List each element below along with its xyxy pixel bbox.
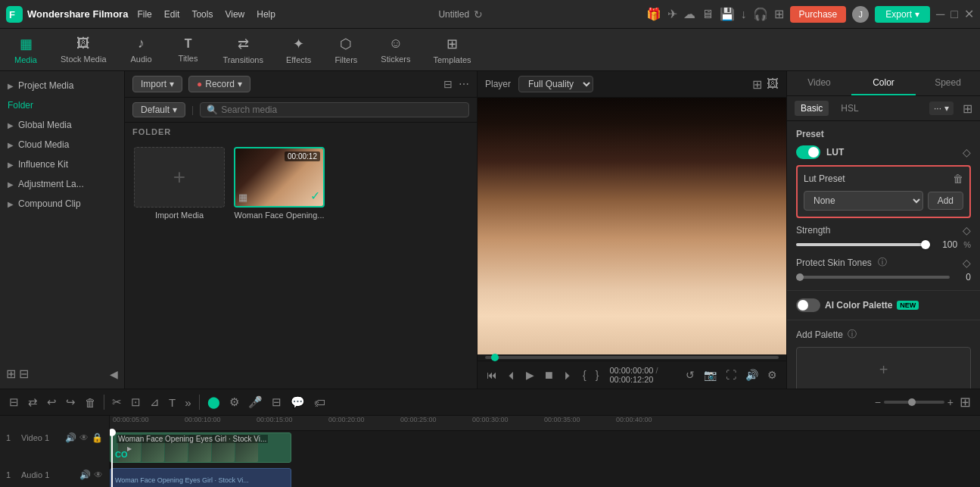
stop-icon[interactable]: ⏹ bbox=[540, 367, 557, 382]
subtab-hsl[interactable]: HSL bbox=[835, 101, 864, 116]
step-forward-icon[interactable]: ⏵ bbox=[560, 367, 577, 382]
cloud-icon[interactable]: ☁ bbox=[683, 7, 695, 21]
step-back-icon[interactable]: ⏴ bbox=[503, 367, 520, 382]
gift-icon[interactable]: 🎁 bbox=[646, 7, 661, 21]
minimize-icon[interactable]: ─ bbox=[936, 8, 944, 21]
lut-toggle[interactable] bbox=[796, 145, 820, 159]
menu-edit[interactable]: Edit bbox=[164, 9, 180, 20]
strength-slider-thumb[interactable] bbox=[921, 240, 930, 249]
quality-select[interactable]: Full Quality bbox=[518, 76, 593, 92]
strength-slider[interactable] bbox=[796, 243, 930, 246]
tab-filters[interactable]: ⬡ Filters bbox=[323, 33, 369, 67]
settings2-icon[interactable]: ⚙ bbox=[226, 394, 242, 411]
text-icon[interactable]: T bbox=[166, 395, 179, 411]
undo-icon[interactable]: ↩ bbox=[44, 394, 60, 411]
sidebar-item-cloud-media[interactable]: ▶ Cloud Media bbox=[0, 135, 124, 155]
subtab-basic[interactable]: Basic bbox=[795, 101, 829, 116]
track-mute-icon[interactable]: 🔊 bbox=[65, 432, 76, 443]
fullscreen-icon[interactable]: ⛶ bbox=[723, 367, 739, 382]
zoom-in-icon[interactable]: + bbox=[947, 396, 954, 408]
lut-preset-select[interactable]: None bbox=[804, 191, 923, 211]
layout-icon[interactable]: ⊞ bbox=[963, 101, 972, 116]
track-eye-icon[interactable]: 👁 bbox=[79, 432, 89, 443]
lut-delete-icon[interactable]: 🗑 bbox=[953, 173, 963, 185]
purchase-button[interactable]: Purchase bbox=[790, 6, 847, 23]
add-track-icon[interactable]: ⊞ bbox=[957, 392, 974, 412]
save-icon[interactable]: 💾 bbox=[720, 7, 735, 21]
track-lock-icon[interactable]: 🔒 bbox=[92, 432, 103, 443]
mic-icon[interactable]: 🎤 bbox=[245, 394, 266, 411]
volume-icon[interactable]: 🔊 bbox=[742, 367, 761, 382]
filter-icon[interactable]: ⊟ bbox=[443, 78, 453, 90]
preview-scrubber[interactable] bbox=[478, 354, 786, 361]
sidebar-item-folder[interactable]: Folder bbox=[0, 95, 124, 115]
rotate-icon[interactable]: ↺ bbox=[683, 367, 698, 382]
crop-icon[interactable]: ⊡ bbox=[128, 394, 144, 411]
tab-templates[interactable]: ⊞ Templates bbox=[422, 33, 481, 67]
timeline-content[interactable]: 00:00:05:00 00:00:10:00 00:00:15:00 00:0… bbox=[110, 416, 980, 487]
track-eye-icon[interactable]: 👁 bbox=[94, 470, 103, 480]
zoom-slider[interactable] bbox=[884, 401, 944, 404]
monitor-icon[interactable]: 🖥 bbox=[702, 8, 714, 21]
audio-clip[interactable]: Woman Face Opening Eyes Girl · Stock Vi.… bbox=[110, 468, 291, 487]
play-icon[interactable]: ▶ bbox=[523, 367, 537, 382]
lut-add-button[interactable]: Add bbox=[928, 192, 963, 210]
close-icon[interactable]: ✕ bbox=[964, 7, 974, 21]
sidebar-item-compound-clip[interactable]: ▶ Compound Clip bbox=[0, 194, 124, 214]
mark-out-icon[interactable]: } bbox=[593, 367, 602, 382]
user-avatar[interactable]: J bbox=[852, 6, 869, 23]
delete-icon[interactable]: 🗑 bbox=[82, 395, 99, 411]
add-palette-info-icon[interactable]: ⓘ bbox=[848, 328, 857, 341]
record-button[interactable]: ● Record ▾ bbox=[188, 76, 250, 92]
protect-skin-slider[interactable] bbox=[796, 276, 950, 279]
list-item[interactable]: + Import Media bbox=[134, 147, 225, 220]
list-item[interactable]: 00:00:12 ▦ ✓ Woman Face Opening... bbox=[234, 147, 325, 220]
media-thumbnail[interactable]: 00:00:12 ▦ ✓ bbox=[234, 147, 325, 208]
ai-color-toggle[interactable] bbox=[796, 298, 820, 312]
scrubber-thumb[interactable] bbox=[491, 354, 499, 361]
menu-view[interactable]: View bbox=[225, 9, 244, 20]
strength-keyframe-icon[interactable]: ◇ bbox=[963, 224, 971, 236]
add-palette-box[interactable]: + bbox=[796, 347, 971, 389]
tab-media[interactable]: ▦ Media bbox=[3, 33, 48, 67]
narration-icon[interactable]: 💬 bbox=[288, 394, 308, 411]
color-match-icon[interactable]: ⬤ bbox=[204, 394, 223, 411]
video-clip[interactable]: ▶ Woman Face Opening Eyes Girl · Stock V… bbox=[110, 432, 291, 463]
lut-keyframe-icon[interactable]: ◇ bbox=[963, 146, 971, 158]
menu-tools[interactable]: Tools bbox=[191, 9, 213, 20]
export-button[interactable]: Export ▾ bbox=[875, 6, 930, 23]
sidebar-item-adjustment[interactable]: ▶ Adjustment La... bbox=[0, 174, 124, 194]
arrow-icon[interactable]: ✈ bbox=[667, 7, 677, 21]
redo-icon[interactable]: ↪ bbox=[63, 394, 79, 411]
remove-folder-icon[interactable]: ⊟ bbox=[19, 367, 29, 381]
subtab-more-dropdown[interactable]: ··· ▾ bbox=[929, 101, 954, 115]
photo-icon[interactable]: 🖼 bbox=[767, 77, 779, 92]
sidebar-item-global-media[interactable]: ▶ Global Media bbox=[0, 115, 124, 135]
tab-audio[interactable]: ♪ Audio bbox=[119, 33, 164, 67]
sidebar-item-project-media[interactable]: ▶ Project Media bbox=[0, 76, 124, 95]
tab-titles[interactable]: T Titles bbox=[166, 34, 211, 66]
adjust-icon[interactable]: ⊿ bbox=[147, 394, 163, 411]
default-filter-button[interactable]: Default ▾ bbox=[132, 102, 185, 117]
tab-stock-media[interactable]: 🖼 Stock Media bbox=[50, 33, 117, 67]
mark-in-icon[interactable]: { bbox=[580, 367, 590, 382]
sidebar-item-influence-kit[interactable]: ▶ Influence Kit bbox=[0, 155, 124, 174]
tab-transitions[interactable]: ⇄ Transitions bbox=[213, 33, 274, 67]
tab-speed[interactable]: Speed bbox=[916, 71, 980, 95]
timeline-settings-icon[interactable]: ⊟ bbox=[269, 394, 285, 411]
grid-view-icon[interactable]: ⊞ bbox=[752, 77, 762, 92]
track-mute-icon[interactable]: 🔊 bbox=[79, 470, 91, 480]
zoom-slider-thumb[interactable] bbox=[908, 398, 916, 406]
split-view-icon[interactable]: ⊟ bbox=[6, 394, 22, 411]
camera-icon[interactable]: 📷 bbox=[701, 367, 720, 382]
tab-stickers[interactable]: ☺ Stickers bbox=[370, 33, 421, 67]
zoom-out-icon[interactable]: − bbox=[875, 396, 881, 408]
tab-color[interactable]: Color bbox=[851, 71, 916, 95]
maximize-icon[interactable]: □ bbox=[950, 8, 958, 21]
more-icon[interactable]: ⋯ bbox=[459, 78, 469, 90]
cut-icon[interactable]: ✂ bbox=[109, 394, 125, 411]
collapse-panel-icon[interactable]: ◀ bbox=[110, 368, 118, 380]
download-icon[interactable]: ↓ bbox=[741, 8, 747, 21]
import-button[interactable]: Import ▾ bbox=[132, 76, 182, 92]
timeline-playhead[interactable] bbox=[111, 432, 113, 487]
